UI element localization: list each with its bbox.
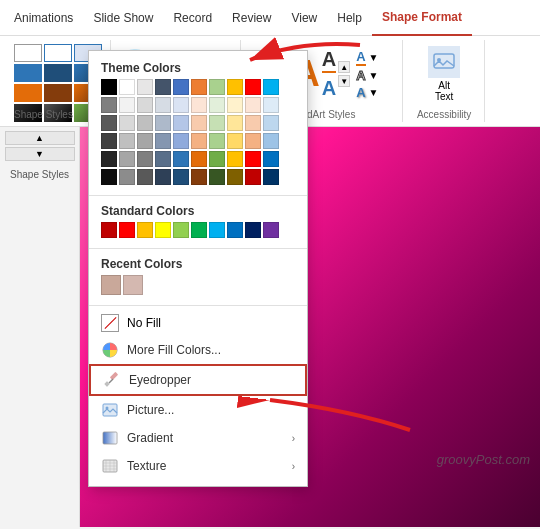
wordart-scroll-up[interactable]: ▲ xyxy=(338,61,350,73)
color-swatch[interactable] xyxy=(101,97,117,113)
color-swatch[interactable] xyxy=(101,151,117,167)
color-swatch[interactable] xyxy=(137,169,153,185)
style-swatch[interactable] xyxy=(14,64,42,82)
tab-help[interactable]: Help xyxy=(327,0,372,36)
tab-record[interactable]: Record xyxy=(163,0,222,36)
color-swatch-std[interactable] xyxy=(173,222,189,238)
color-swatch[interactable] xyxy=(245,151,261,167)
color-swatch[interactable] xyxy=(173,79,189,95)
color-swatch[interactable] xyxy=(263,133,279,149)
style-swatch[interactable] xyxy=(44,84,72,102)
color-swatch[interactable] xyxy=(209,151,225,167)
color-swatch[interactable] xyxy=(137,151,153,167)
color-swatch[interactable] xyxy=(191,151,207,167)
color-swatch[interactable] xyxy=(227,133,243,149)
tab-slideshow[interactable]: Slide Show xyxy=(83,0,163,36)
color-swatch[interactable] xyxy=(191,115,207,131)
color-swatch[interactable] xyxy=(101,79,117,95)
style-swatch[interactable] xyxy=(14,84,42,102)
style-swatch[interactable] xyxy=(14,44,42,62)
color-swatch[interactable] xyxy=(227,169,243,185)
color-swatch[interactable] xyxy=(119,169,135,185)
color-swatch[interactable] xyxy=(245,133,261,149)
recent-color-swatch[interactable] xyxy=(101,275,121,295)
style-swatch[interactable] xyxy=(44,64,72,82)
color-swatch[interactable] xyxy=(155,115,171,131)
gradient-item[interactable]: Gradient › xyxy=(89,424,307,452)
color-swatch[interactable] xyxy=(245,97,261,113)
more-fill-colors-item[interactable]: More Fill Colors... xyxy=(89,336,307,364)
color-swatch[interactable] xyxy=(191,79,207,95)
color-swatch[interactable] xyxy=(173,151,189,167)
color-swatch[interactable] xyxy=(155,97,171,113)
tab-shape-format[interactable]: Shape Format xyxy=(372,0,472,36)
color-swatch[interactable] xyxy=(119,79,135,95)
color-swatch[interactable] xyxy=(173,97,189,113)
text-outline-button[interactable]: A ▼ xyxy=(356,68,378,83)
color-swatch[interactable] xyxy=(191,97,207,113)
color-swatch[interactable] xyxy=(227,115,243,131)
texture-item[interactable]: Texture › xyxy=(89,452,307,480)
color-swatch-std[interactable] xyxy=(191,222,207,238)
color-swatch[interactable] xyxy=(101,133,117,149)
color-swatch[interactable] xyxy=(263,79,279,95)
color-swatch[interactable] xyxy=(101,169,117,185)
color-swatch-std[interactable] xyxy=(227,222,243,238)
color-swatch[interactable] xyxy=(209,79,225,95)
color-swatch[interactable] xyxy=(137,97,153,113)
color-swatch[interactable] xyxy=(263,169,279,185)
color-swatch[interactable] xyxy=(155,169,171,185)
eyedropper-item[interactable]: Eyedropper xyxy=(89,364,307,396)
color-swatch[interactable] xyxy=(263,151,279,167)
color-swatch[interactable] xyxy=(263,115,279,131)
style-swatch[interactable] xyxy=(44,44,72,62)
color-swatch[interactable] xyxy=(191,133,207,149)
color-swatch[interactable] xyxy=(155,133,171,149)
scroll-down-btn[interactable]: ▼ xyxy=(5,147,75,161)
text-effects-button[interactable]: A ▼ xyxy=(356,85,378,100)
wordart-scroll-down[interactable]: ▼ xyxy=(338,75,350,87)
color-swatch[interactable] xyxy=(209,169,225,185)
color-swatch[interactable] xyxy=(263,97,279,113)
color-swatch-std[interactable] xyxy=(101,222,117,238)
color-swatch[interactable] xyxy=(209,97,225,113)
picture-item[interactable]: Picture... xyxy=(89,396,307,424)
color-swatch[interactable] xyxy=(245,115,261,131)
color-swatch-std[interactable] xyxy=(137,222,153,238)
color-swatch[interactable] xyxy=(191,169,207,185)
wordart-a-underline[interactable]: A xyxy=(322,48,336,73)
color-swatch[interactable] xyxy=(173,133,189,149)
scroll-up-btn[interactable]: ▲ xyxy=(5,131,75,145)
color-swatch-std[interactable] xyxy=(263,222,279,238)
color-swatch[interactable] xyxy=(155,151,171,167)
color-swatch[interactable] xyxy=(137,133,153,149)
recent-color-swatch[interactable] xyxy=(123,275,143,295)
color-swatch[interactable] xyxy=(119,115,135,131)
color-swatch[interactable] xyxy=(209,115,225,131)
color-swatch-std[interactable] xyxy=(245,222,261,238)
color-swatch[interactable] xyxy=(227,79,243,95)
tab-review[interactable]: Review xyxy=(222,0,281,36)
color-swatch[interactable] xyxy=(137,79,153,95)
color-swatch[interactable] xyxy=(245,79,261,95)
color-swatch[interactable] xyxy=(173,169,189,185)
tab-animations[interactable]: Animations xyxy=(4,0,83,36)
color-swatch[interactable] xyxy=(101,115,117,131)
color-swatch[interactable] xyxy=(119,97,135,113)
color-swatch[interactable] xyxy=(245,169,261,185)
color-swatch-std[interactable] xyxy=(119,222,135,238)
color-swatch[interactable] xyxy=(227,151,243,167)
wordart-a-plain[interactable]: A xyxy=(322,77,336,100)
color-swatch[interactable] xyxy=(227,97,243,113)
color-swatch[interactable] xyxy=(119,151,135,167)
color-swatch-std[interactable] xyxy=(155,222,171,238)
color-swatch[interactable] xyxy=(209,133,225,149)
color-swatch[interactable] xyxy=(173,115,189,131)
color-swatch[interactable] xyxy=(119,133,135,149)
no-fill-item[interactable]: No Fill xyxy=(89,310,307,336)
color-swatch[interactable] xyxy=(137,115,153,131)
alt-text-button[interactable]: Alt Text xyxy=(426,44,462,104)
tab-view[interactable]: View xyxy=(281,0,327,36)
text-fill-button[interactable]: A ▼ xyxy=(356,49,378,66)
color-swatch[interactable] xyxy=(155,79,171,95)
